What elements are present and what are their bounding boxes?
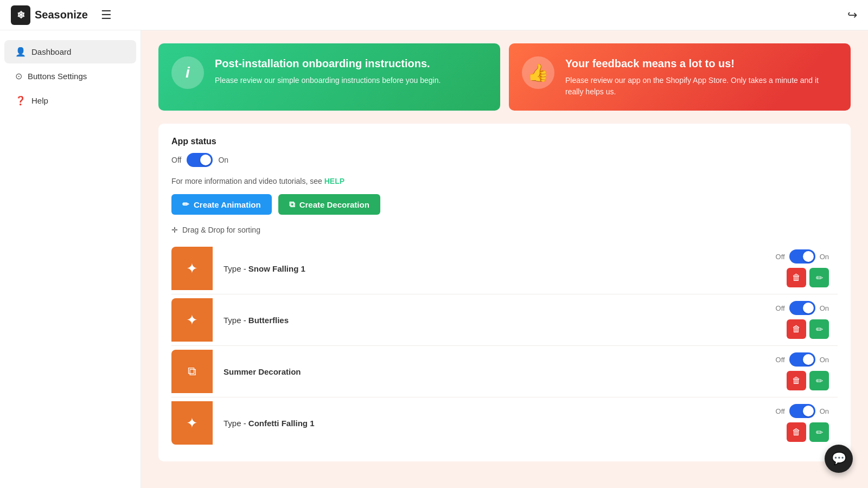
- sidebar-item-help-label: Help: [31, 96, 48, 105]
- create-decoration-button[interactable]: ⧉ Create Decoration: [278, 194, 380, 215]
- item-off-label-snow: Off: [776, 253, 785, 261]
- item-on-label-butterflies: On: [820, 304, 829, 312]
- onboarding-banner-body: Please review our simple onboarding inst…: [215, 75, 441, 86]
- sort-hint-label: Drag & Drop for sorting: [182, 226, 260, 234]
- item-toggle-snow[interactable]: [789, 249, 815, 264]
- chat-bubble-button[interactable]: 💬: [825, 445, 853, 473]
- app-name: Seasonize: [35, 9, 88, 21]
- layout: 👤 Dashboard ⊙ Buttons Settings ❓ Help i …: [0, 30, 868, 488]
- item-icon-confetti: ✦: [171, 401, 213, 445]
- wand-icon: ✏: [182, 200, 189, 209]
- app-logo: ❄ Seasonize: [11, 5, 88, 25]
- item-name-summer: Summer Decoration: [224, 367, 301, 376]
- buttons-settings-icon: ⊙: [15, 71, 22, 81]
- help-link[interactable]: HELP: [324, 177, 344, 185]
- item-prefix-snow: Type -: [224, 264, 248, 273]
- item-name-snow: Snow Falling 1: [248, 264, 305, 273]
- feedback-banner[interactable]: 👍 Your feedback means a lot to us! Pleas…: [509, 43, 851, 111]
- wand-stars-icon: ✦: [186, 260, 198, 277]
- item-label-confetti: Type - Confetti Falling 1: [213, 419, 767, 428]
- delete-button-butterflies[interactable]: 🗑: [787, 319, 806, 339]
- item-icon-summer: ⧉: [171, 350, 213, 393]
- item-actions-confetti: 🗑 ✏: [787, 422, 829, 442]
- item-label-summer: Summer Decoration: [213, 367, 767, 376]
- feedback-banner-text: Your feedback means a lot to us! Please …: [565, 56, 838, 98]
- list-item: ✦ Type - Butterflies Off On 🗑 ✏: [171, 294, 838, 346]
- item-name-confetti: Confetti Falling 1: [248, 419, 315, 428]
- app-status-section: App status Off On For more information a…: [158, 124, 851, 461]
- app-status-toggle-row: Off On: [171, 153, 838, 167]
- drag-drop-icon: ✛: [171, 226, 178, 234]
- item-label-snow: Type - Snow Falling 1: [213, 264, 767, 273]
- hamburger-menu-button[interactable]: ☰: [101, 8, 112, 22]
- decoration-icon: ⧉: [289, 200, 295, 209]
- item-on-label-snow: On: [820, 253, 829, 261]
- onboarding-banner-text: Post-installation onboarding instruction…: [215, 56, 441, 86]
- item-controls-summer: Off On 🗑 ✏: [767, 346, 838, 397]
- sidebar-item-dashboard[interactable]: 👤 Dashboard: [4, 40, 136, 63]
- app-status-toggle[interactable]: [187, 153, 213, 167]
- create-decoration-label: Create Decoration: [299, 200, 369, 209]
- sidebar: 👤 Dashboard ⊙ Buttons Settings ❓ Help: [0, 30, 141, 488]
- items-list: ✦ Type - Snow Falling 1 Off On 🗑: [171, 243, 838, 448]
- item-actions-summer: 🗑 ✏: [787, 371, 829, 390]
- item-name-butterflies: Butterflies: [248, 316, 289, 325]
- app-status-label: App status: [171, 137, 838, 146]
- sidebar-item-dashboard-label: Dashboard: [31, 47, 71, 56]
- list-item: ✦ Type - Snow Falling 1 Off On 🗑: [171, 243, 838, 294]
- edit-button-summer[interactable]: ✏: [809, 371, 829, 390]
- feedback-banner-body: Please review our app on the Shopify App…: [565, 75, 838, 98]
- banners: i Post-installation onboarding instructi…: [158, 43, 851, 111]
- status-on-label: On: [218, 156, 228, 164]
- onboarding-banner-title: Post-installation onboarding instruction…: [215, 56, 441, 70]
- logo-snowflake-icon: ❄: [17, 9, 25, 21]
- item-prefix-confetti: Type -: [224, 419, 248, 428]
- item-toggle-row-snow: Off On: [776, 249, 829, 264]
- create-animation-button[interactable]: ✏ Create Animation: [171, 194, 272, 215]
- item-off-label-confetti: Off: [776, 407, 785, 415]
- item-actions-butterflies: 🗑 ✏: [787, 319, 829, 339]
- item-on-label-confetti: On: [820, 407, 829, 415]
- onboarding-banner[interactable]: i Post-installation onboarding instructi…: [158, 43, 500, 111]
- item-controls-snow: Off On 🗑 ✏: [767, 243, 838, 294]
- help-icon: ❓: [15, 95, 26, 106]
- create-animation-label: Create Animation: [194, 200, 261, 209]
- logout-button[interactable]: ↪: [847, 8, 857, 22]
- sidebar-item-buttons-settings-label: Buttons Settings: [28, 72, 87, 81]
- feedback-banner-icon-wrap: 👍: [522, 56, 554, 89]
- item-controls-butterflies: Off On 🗑 ✏: [767, 294, 838, 345]
- dashboard-icon: 👤: [15, 47, 26, 57]
- delete-button-snow[interactable]: 🗑: [787, 268, 806, 287]
- status-off-label: Off: [171, 156, 181, 164]
- item-actions-snow: 🗑 ✏: [787, 268, 829, 287]
- edit-button-butterflies[interactable]: ✏: [809, 319, 829, 339]
- info-link-text: For more information and video tutorials…: [171, 177, 838, 185]
- wand-stars-icon-butterflies: ✦: [186, 312, 198, 329]
- item-toggle-confetti[interactable]: [789, 404, 815, 418]
- item-icon-butterflies: ✦: [171, 298, 213, 342]
- item-toggle-summer[interactable]: [789, 352, 815, 367]
- delete-button-confetti[interactable]: 🗑: [787, 422, 806, 442]
- info-icon: i: [186, 64, 190, 81]
- logo-icon: ❄: [11, 5, 30, 25]
- edit-button-snow[interactable]: ✏: [809, 268, 829, 287]
- delete-button-summer[interactable]: 🗑: [787, 371, 806, 390]
- thumbs-up-icon: 👍: [527, 62, 549, 83]
- edit-button-confetti[interactable]: ✏: [809, 422, 829, 442]
- item-toggle-butterflies[interactable]: [789, 301, 815, 315]
- feedback-banner-title: Your feedback means a lot to us!: [565, 56, 838, 70]
- list-item: ⧉ Summer Decoration Off On 🗑 ✏: [171, 346, 838, 397]
- item-toggle-row-summer: Off On: [776, 352, 829, 367]
- sidebar-item-buttons-settings[interactable]: ⊙ Buttons Settings: [4, 65, 136, 88]
- item-on-label-summer: On: [820, 356, 829, 364]
- item-off-label-summer: Off: [776, 356, 785, 364]
- action-buttons: ✏ Create Animation ⧉ Create Decoration: [171, 194, 838, 215]
- topnav: ❄ Seasonize ☰ ↪: [0, 0, 868, 30]
- item-controls-confetti: Off On 🗑 ✏: [767, 397, 838, 448]
- wand-stars-icon-confetti: ✦: [186, 415, 198, 432]
- item-label-butterflies: Type - Butterflies: [213, 316, 767, 325]
- sidebar-item-help[interactable]: ❓ Help: [4, 89, 136, 112]
- sort-hint: ✛ Drag & Drop for sorting: [171, 226, 838, 234]
- decoration-squares-icon: ⧉: [188, 364, 196, 378]
- item-icon-snow: ✦: [171, 247, 213, 290]
